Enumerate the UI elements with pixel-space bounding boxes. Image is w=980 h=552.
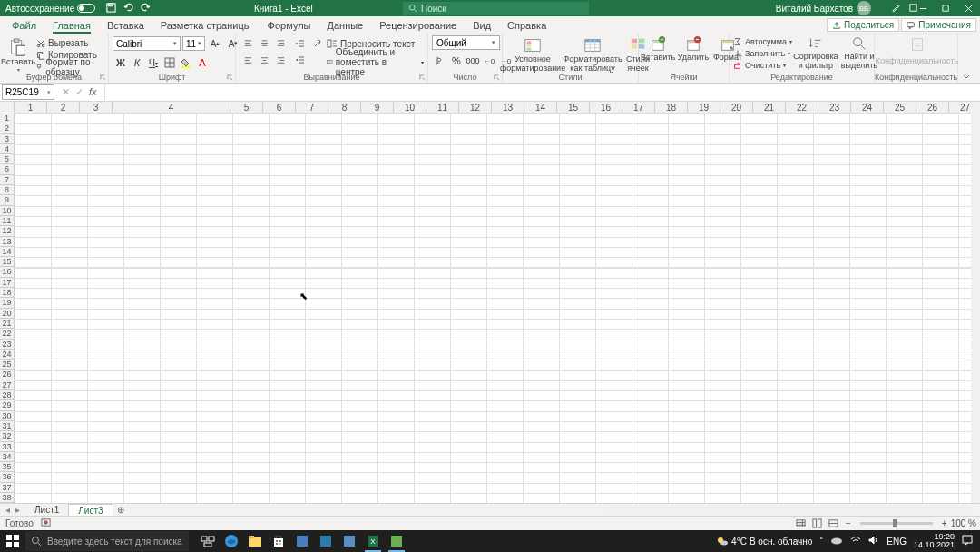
- row-header[interactable]: 14: [0, 247, 14, 257]
- row-header[interactable]: 12: [0, 226, 14, 236]
- align-bottom-button[interactable]: [272, 35, 289, 52]
- conditional-formatting-button[interactable]: Условное форматирование: [506, 36, 559, 73]
- clear-button[interactable]: Очистить▾: [733, 59, 792, 71]
- row-header[interactable]: 29: [0, 400, 14, 410]
- row-header[interactable]: 26: [0, 370, 14, 380]
- app-2-icon[interactable]: [314, 530, 338, 552]
- merge-center-button[interactable]: Объединить и поместить в центре▾: [327, 54, 424, 70]
- borders-button[interactable]: [162, 54, 178, 71]
- explorer-icon[interactable]: [243, 530, 267, 552]
- row-header[interactable]: 16: [0, 267, 14, 277]
- collapse-ribbon-button[interactable]: [958, 34, 975, 83]
- row-header[interactable]: 23: [0, 340, 14, 350]
- column-header[interactable]: 24: [851, 102, 884, 113]
- row-header[interactable]: 9: [0, 195, 14, 205]
- column-header[interactable]: 26: [916, 102, 949, 113]
- row-headers[interactable]: 1234567891011121314151617181920212223242…: [0, 113, 15, 503]
- row-header[interactable]: 24: [0, 350, 14, 360]
- autosave-toggle[interactable]: Автосохранение: [0, 4, 101, 14]
- normal-view-button[interactable]: [793, 518, 809, 529]
- row-header[interactable]: 28: [0, 390, 14, 400]
- tab-главная[interactable]: Главная: [44, 17, 99, 34]
- volume-icon[interactable]: [868, 536, 879, 547]
- tab-разметка страницы[interactable]: Разметка страницы: [152, 17, 260, 34]
- tab-рецензирование[interactable]: Рецензирование: [371, 17, 465, 34]
- align-center-button[interactable]: [256, 52, 272, 68]
- select-all-corner[interactable]: [0, 102, 15, 113]
- taskbar-search[interactable]: Введите здесь текст для поиска: [25, 531, 189, 551]
- app-1-icon[interactable]: [290, 530, 314, 552]
- clock[interactable]: 19:20 14.10.2021: [914, 533, 955, 549]
- row-header[interactable]: 27: [0, 380, 14, 390]
- fx-button[interactable]: fx: [89, 86, 97, 98]
- tab-данные[interactable]: Данные: [318, 17, 371, 34]
- row-header[interactable]: 4: [0, 144, 14, 154]
- start-button[interactable]: [0, 530, 25, 552]
- name-box[interactable]: R25C19▾: [2, 84, 54, 100]
- number-format-select[interactable]: Общий▾: [432, 35, 500, 50]
- comments-button[interactable]: Примечания: [901, 18, 976, 32]
- column-header[interactable]: 12: [459, 102, 492, 113]
- column-header[interactable]: 7: [296, 102, 328, 113]
- tab-справка[interactable]: Справка: [499, 17, 554, 34]
- fill-color-button[interactable]: [178, 54, 194, 71]
- record-macro-icon[interactable]: [41, 518, 51, 529]
- onedrive-icon[interactable]: [831, 536, 843, 547]
- column-header[interactable]: 9: [361, 102, 394, 113]
- row-header[interactable]: 22: [0, 329, 14, 339]
- column-header[interactable]: 8: [328, 102, 361, 113]
- alignment-dialog-launcher[interactable]: [417, 73, 426, 82]
- row-header[interactable]: 13: [0, 237, 14, 247]
- sheet-tab[interactable]: Лист1: [25, 504, 69, 517]
- tab-формулы[interactable]: Формулы: [260, 17, 319, 34]
- row-header[interactable]: 21: [0, 319, 14, 329]
- enter-formula-icon[interactable]: ✓: [75, 86, 83, 98]
- column-header[interactable]: 16: [590, 102, 622, 113]
- tab-вставка[interactable]: Вставка: [99, 17, 152, 34]
- find-select-button[interactable]: Найти и выделить: [839, 35, 879, 70]
- column-header[interactable]: 14: [524, 102, 557, 113]
- sheet-nav-prev[interactable]: ◂: [5, 505, 10, 515]
- column-header[interactable]: 15: [557, 102, 590, 113]
- column-header[interactable]: 21: [753, 102, 786, 113]
- delete-cells-button[interactable]: Удалить: [678, 36, 709, 62]
- redo-icon[interactable]: [141, 3, 151, 15]
- search-input[interactable]: Поиск: [403, 2, 589, 15]
- row-header[interactable]: 11: [0, 216, 14, 226]
- row-header[interactable]: 5: [0, 154, 14, 164]
- row-header[interactable]: 31: [0, 421, 14, 431]
- percent-button[interactable]: %: [448, 53, 465, 69]
- column-header[interactable]: 1: [15, 102, 47, 113]
- row-header[interactable]: 1: [0, 113, 14, 123]
- column-header[interactable]: 20: [720, 102, 753, 113]
- user-account[interactable]: Виталий Бархатов ВБ: [776, 1, 871, 15]
- row-header[interactable]: 3: [0, 134, 14, 144]
- maximize-button[interactable]: [935, 0, 957, 16]
- font-name-select[interactable]: Calibri▾: [113, 36, 181, 51]
- zoom-in-button[interactable]: +: [942, 518, 947, 528]
- language-indicator[interactable]: ENG: [887, 537, 906, 547]
- row-header[interactable]: 34: [0, 452, 14, 462]
- tab-вид[interactable]: Вид: [465, 17, 499, 34]
- weather-widget[interactable]: 4°C В осн. облачно: [716, 535, 812, 547]
- increase-decimal-button[interactable]: ←0: [481, 53, 497, 69]
- column-header[interactable]: 5: [230, 102, 263, 113]
- notifications-icon[interactable]: [962, 535, 973, 547]
- tab-файл[interactable]: Файл: [4, 17, 44, 34]
- row-header[interactable]: 6: [0, 164, 14, 174]
- comma-button[interactable]: 000: [465, 53, 481, 69]
- minimize-button[interactable]: [912, 0, 935, 16]
- row-header[interactable]: 20: [0, 309, 14, 319]
- add-sheet-button[interactable]: ⊕: [113, 505, 128, 515]
- column-header[interactable]: 6: [263, 102, 296, 113]
- formula-input[interactable]: [104, 84, 980, 100]
- excel-taskbar-icon[interactable]: X: [361, 530, 385, 552]
- sheet-tab[interactable]: Лист3: [69, 504, 113, 517]
- save-icon[interactable]: [106, 3, 116, 15]
- sheet-nav-next[interactable]: ▸: [15, 505, 20, 515]
- column-header[interactable]: 22: [786, 102, 818, 113]
- cell-grid[interactable]: [15, 113, 971, 503]
- insert-cells-button[interactable]: Вставить: [642, 36, 673, 62]
- column-header[interactable]: 23: [818, 102, 851, 113]
- column-header[interactable]: 13: [492, 102, 524, 113]
